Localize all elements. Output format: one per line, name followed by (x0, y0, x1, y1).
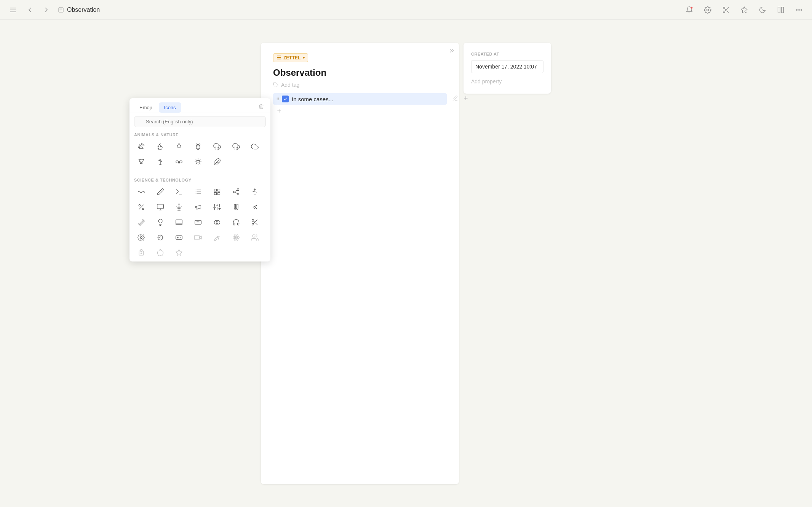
fire-icon[interactable] (153, 139, 168, 154)
animals-section: Animals & Nature (129, 130, 270, 171)
zettel-badge[interactable]: ☰ ZETTEL ▾ (273, 53, 308, 62)
gear-icon[interactable] (134, 230, 149, 245)
scatter-icon[interactable] (248, 200, 262, 214)
ruler-icon[interactable] (134, 215, 149, 230)
page-type-icon (58, 6, 64, 13)
svg-line-68 (253, 191, 257, 192)
feather-icon[interactable] (210, 155, 224, 169)
cat-icon[interactable] (134, 155, 149, 169)
add-item-row[interactable] (273, 106, 447, 115)
checkbox[interactable] (282, 96, 289, 102)
star2-icon[interactable] (172, 246, 186, 260)
gamepad-icon[interactable] (172, 230, 186, 245)
mic-icon[interactable] (172, 200, 186, 214)
forward-button[interactable] (41, 5, 52, 15)
topbar-right (684, 5, 804, 15)
svg-line-63 (235, 192, 237, 193)
science-section: Science & Technology (129, 175, 270, 261)
headphones-icon[interactable] (229, 215, 243, 230)
percent-icon[interactable] (134, 200, 149, 214)
grid-icon[interactable] (210, 185, 224, 199)
science-section-title: Science & Technology (134, 178, 266, 182)
layout-icon[interactable] (775, 5, 786, 15)
users-icon[interactable] (248, 230, 262, 245)
svg-line-96 (140, 221, 145, 226)
leaf-icon[interactable] (210, 230, 224, 245)
share-icon[interactable] (229, 185, 243, 199)
scissors2-icon[interactable] (248, 215, 262, 230)
svg-line-12 (727, 11, 729, 13)
terminal-icon[interactable] (172, 185, 186, 199)
svg-rect-123 (195, 235, 199, 240)
svg-point-8 (707, 9, 709, 11)
cactus-icon[interactable] (153, 155, 168, 169)
wave-icon[interactable] (134, 185, 149, 199)
bear-icon[interactable] (191, 139, 205, 154)
settings-icon[interactable] (702, 5, 713, 15)
svg-point-124 (235, 237, 237, 238)
magnet-icon[interactable] (229, 200, 243, 214)
icons-tab[interactable]: Icons (159, 102, 181, 113)
lightbulb-icon[interactable] (153, 215, 168, 230)
icon-picker-tabs: Emoji Icons (129, 98, 270, 113)
created-at-value: November 17, 2022 10:07 (471, 60, 543, 73)
more-icon[interactable] (794, 5, 804, 15)
main-content: ☰ ZETTEL ▾ Observation Add tag ⠿ In some… (0, 20, 812, 507)
add-property-button[interactable]: Add property (471, 78, 543, 84)
edit-icon-button[interactable] (451, 94, 459, 104)
back-button[interactable] (24, 5, 35, 15)
pencil-icon[interactable] (153, 185, 168, 199)
bug-icon[interactable] (191, 155, 205, 169)
megaphone-icon[interactable] (191, 200, 205, 214)
sliders-icon[interactable] (210, 200, 224, 214)
menu-button[interactable] (8, 5, 18, 15)
video-icon[interactable] (191, 230, 205, 245)
document-title: Observation (273, 67, 447, 78)
section-divider (134, 173, 266, 173)
laptop-icon[interactable] (172, 215, 186, 230)
icon-search-input[interactable] (134, 116, 266, 127)
svg-point-17 (796, 9, 798, 10)
zettel-chevron-icon: ▾ (303, 56, 305, 60)
backpack-icon[interactable] (134, 246, 149, 260)
page-title: Observation (67, 6, 100, 13)
paw-icon[interactable] (134, 139, 149, 154)
notification-icon[interactable] (684, 5, 695, 15)
svg-point-128 (253, 235, 255, 238)
cloud-rain-icon[interactable] (210, 139, 224, 154)
add-tag-row[interactable]: Add tag (273, 82, 447, 88)
icon-picker-scroll[interactable]: Animals & Nature (129, 130, 270, 261)
cloud-icon[interactable] (248, 139, 262, 154)
moon-icon[interactable] (757, 5, 768, 15)
svg-point-121 (181, 238, 182, 238)
list-filter-icon[interactable] (191, 185, 205, 199)
speedometer-icon[interactable] (153, 230, 168, 245)
keyboard-icon[interactable] (191, 215, 205, 230)
butterfly-icon[interactable] (172, 155, 186, 169)
svg-rect-99 (176, 220, 182, 224)
scissors-icon[interactable] (721, 5, 731, 15)
svg-marker-132 (176, 250, 182, 256)
svg-point-19 (801, 9, 802, 10)
atom-icon[interactable] (229, 230, 243, 245)
collapse-button[interactable] (448, 47, 454, 56)
monitor-icon[interactable] (153, 200, 168, 214)
cloud-snow-icon[interactable] (229, 139, 243, 154)
topbar-title: Observation (58, 6, 100, 13)
svg-rect-57 (218, 189, 220, 191)
svg-rect-72 (157, 204, 163, 209)
star-icon[interactable] (739, 5, 750, 15)
plus-minus-icon[interactable] (248, 185, 262, 199)
delete-icon-button[interactable] (257, 102, 266, 113)
svg-point-18 (799, 9, 800, 10)
water-drop-icon[interactable] (172, 139, 186, 154)
emoji-tab[interactable]: Emoji (134, 102, 157, 113)
list-item[interactable]: ⠿ In some cases... (273, 93, 447, 105)
overlap-icon[interactable] (210, 215, 224, 230)
apple-icon[interactable] (153, 246, 168, 260)
svg-rect-56 (214, 189, 216, 191)
svg-rect-58 (218, 193, 220, 195)
drag-handle-icon[interactable]: ⠿ (276, 96, 280, 102)
add-icon-button[interactable] (462, 94, 470, 104)
svg-point-60 (237, 189, 239, 191)
